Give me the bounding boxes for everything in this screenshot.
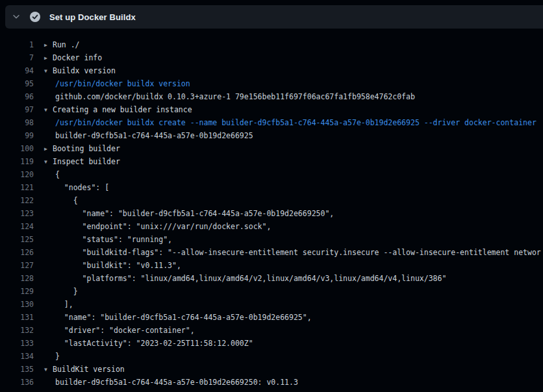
line-number[interactable]: 131: [0, 311, 34, 324]
line-number[interactable]: 129: [0, 285, 34, 298]
log-row: 121 "nodes": [: [0, 181, 543, 194]
check-circle-icon: [30, 12, 40, 22]
log-row: 136builder-d9cfb5a1-c764-445a-a57e-0b19d…: [0, 376, 543, 389]
command-text: /usr/bin/docker buildx version: [34, 77, 543, 90]
line-number[interactable]: 94: [0, 64, 34, 77]
log-row: 126 "buildkitd-flags": "--allow-insecure…: [0, 246, 543, 259]
group-title: Docker info: [53, 53, 102, 62]
output-text: ],: [34, 298, 543, 311]
output-text: "driver": "docker-container",: [34, 324, 543, 337]
triangle-down-icon: ▼: [44, 156, 53, 168]
log-row: 130 ],: [0, 298, 543, 311]
line-number[interactable]: 124: [0, 220, 34, 233]
output-text: "buildkit": "v0.11.3",: [34, 259, 543, 272]
output-text: }: [34, 285, 543, 298]
output-text: "name": "builder-d9cfb5a1-c764-445a-a57e…: [34, 311, 543, 324]
group-title: Buildx version: [53, 66, 116, 75]
triangle-down-icon: ▼: [44, 363, 53, 376]
line-number[interactable]: 135: [0, 363, 34, 376]
log-row: 125 "status": "running",: [0, 233, 543, 246]
output-text: }: [34, 350, 543, 363]
chevron-down-icon[interactable]: [12, 12, 21, 21]
log-row: 120{: [0, 168, 543, 181]
line-number[interactable]: 98: [0, 116, 34, 129]
line-number[interactable]: 119: [0, 155, 34, 168]
log-row: 98/usr/bin/docker buildx create --name b…: [0, 116, 543, 129]
triangle-down-icon: ▼: [44, 65, 53, 77]
log-row: 132 "driver": "docker-container",: [0, 324, 543, 337]
group-title: Inspect builder: [53, 157, 120, 166]
line-number[interactable]: 1: [0, 38, 34, 51]
line-number[interactable]: 122: [0, 194, 34, 207]
log-group-row[interactable]: 119▼Inspect builder: [0, 155, 543, 168]
output-text: {: [34, 168, 543, 181]
log-row: 127 "buildkit": "v0.11.3",: [0, 259, 543, 272]
output-text: builder-d9cfb5a1-c764-445a-a57e-0b19d2e6…: [34, 376, 543, 389]
command-text: /usr/bin/docker buildx create --name bui…: [34, 116, 543, 129]
line-number[interactable]: 100: [0, 142, 34, 155]
log-group-row[interactable]: 94▼Buildx version: [0, 64, 543, 77]
group-title: Run ./: [53, 40, 80, 49]
line-number[interactable]: 136: [0, 376, 34, 389]
line-number[interactable]: 128: [0, 272, 34, 285]
triangle-right-icon: ▶: [44, 52, 53, 64]
output-text: builder-d9cfb5a1-c764-445a-a57e-0b19d2e6…: [34, 129, 543, 142]
log-group-row[interactable]: 100▶Booting builder: [0, 142, 543, 155]
step-header[interactable]: Set up Docker Buildx: [5, 5, 543, 29]
line-number[interactable]: 132: [0, 324, 34, 337]
line-number[interactable]: 123: [0, 207, 34, 220]
log-group-row[interactable]: 7▶Docker info: [0, 51, 543, 64]
triangle-down-icon: ▼: [44, 104, 53, 116]
group-title: Creating a new builder instance: [53, 105, 192, 114]
line-number[interactable]: 127: [0, 259, 34, 272]
group-title: BuildKit version: [53, 365, 125, 374]
line-number[interactable]: 120: [0, 168, 34, 181]
output-text: github.com/docker/buildx 0.10.3+azure-1 …: [34, 90, 543, 103]
line-number[interactable]: 134: [0, 350, 34, 363]
log-row: 95/usr/bin/docker buildx version: [0, 77, 543, 90]
log-row: 129 }: [0, 285, 543, 298]
log-row: 133 "lastActivity": "2023-02-25T11:58:12…: [0, 337, 543, 350]
log-row: 131 "name": "builder-d9cfb5a1-c764-445a-…: [0, 311, 543, 324]
log-row: 134}: [0, 350, 543, 363]
line-number[interactable]: 133: [0, 337, 34, 350]
line-number[interactable]: 97: [0, 103, 34, 116]
line-number[interactable]: 121: [0, 181, 34, 194]
line-number[interactable]: 95: [0, 77, 34, 90]
output-text: "name": "builder-d9cfb5a1-c764-445a-a57e…: [34, 207, 543, 220]
output-text: "platforms": "linux/amd64,linux/amd64/v2…: [34, 272, 543, 285]
log-row: 124 "endpoint": "unix:///var/run/docker.…: [0, 220, 543, 233]
output-text: "buildkitd-flags": "--allow-insecure-ent…: [34, 246, 543, 259]
log-row: 99builder-d9cfb5a1-c764-445a-a57e-0b19d2…: [0, 129, 543, 142]
log-lines: 1▶Run ./7▶Docker info94▼Buildx version95…: [0, 29, 543, 389]
log-group-row[interactable]: 97▼Creating a new builder instance: [0, 103, 543, 116]
group-title: Booting builder: [53, 144, 120, 153]
line-number[interactable]: 125: [0, 233, 34, 246]
line-number[interactable]: 99: [0, 129, 34, 142]
log-row: 122 {: [0, 194, 543, 207]
line-number[interactable]: 96: [0, 90, 34, 103]
triangle-right-icon: ▶: [44, 39, 53, 51]
log-row: 123 "name": "builder-d9cfb5a1-c764-445a-…: [0, 207, 543, 220]
line-number[interactable]: 7: [0, 51, 34, 64]
output-text: "endpoint": "unix:///var/run/docker.sock…: [34, 220, 543, 233]
log-row: 96github.com/docker/buildx 0.10.3+azure-…: [0, 90, 543, 103]
log-row: 128 "platforms": "linux/amd64,linux/amd6…: [0, 272, 543, 285]
output-text: {: [34, 194, 543, 207]
log-group-row[interactable]: 1▶Run ./: [0, 38, 543, 51]
output-text: "lastActivity": "2023-02-25T11:58:12.000…: [34, 337, 543, 350]
triangle-right-icon: ▶: [44, 143, 53, 155]
line-number[interactable]: 126: [0, 246, 34, 259]
step-title: Set up Docker Buildx: [49, 12, 136, 22]
output-text: "nodes": [: [34, 181, 543, 194]
line-number[interactable]: 130: [0, 298, 34, 311]
output-text: "status": "running",: [34, 233, 543, 246]
log-group-row[interactable]: 135▼BuildKit version: [0, 363, 543, 376]
